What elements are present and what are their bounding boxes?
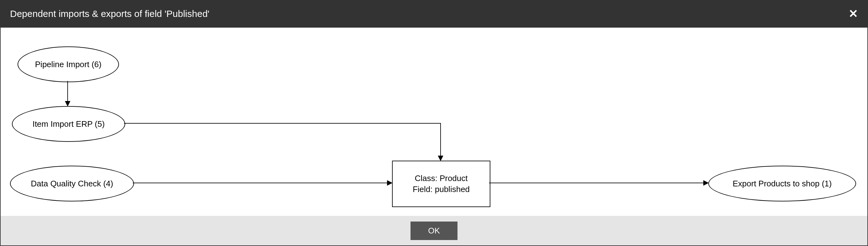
diagram-canvas: Pipeline Import (6) Item Import ERP (5) … xyxy=(1,28,867,216)
node-label: Pipeline Import (6) xyxy=(35,60,101,69)
node-line1: Class: Product xyxy=(414,173,467,184)
node-label: Export Products to shop (1) xyxy=(733,179,832,189)
node-label: Item Import ERP (5) xyxy=(33,119,105,129)
node-export-products[interactable]: Export Products to shop (1) xyxy=(708,166,856,201)
node-line2: Field: published xyxy=(413,184,470,195)
dialog-frame: Dependent imports & exports of field 'Pu… xyxy=(0,0,868,246)
edge-item-to-center xyxy=(124,123,441,161)
node-data-quality-check[interactable]: Data Quality Check (4) xyxy=(10,166,134,201)
dialog-title: Dependent imports & exports of field 'Pu… xyxy=(10,8,210,19)
ok-button[interactable]: OK xyxy=(410,221,458,240)
close-icon[interactable]: ✕ xyxy=(848,8,858,20)
node-pipeline-import[interactable]: Pipeline Import (6) xyxy=(18,47,119,82)
node-label: Data Quality Check (4) xyxy=(31,179,113,189)
dialog-footer: OK xyxy=(1,216,867,245)
node-class-product[interactable]: Class: Product Field: published xyxy=(392,161,490,207)
node-item-import-erp[interactable]: Item Import ERP (5) xyxy=(12,106,125,142)
dialog-header: Dependent imports & exports of field 'Pu… xyxy=(1,0,867,28)
